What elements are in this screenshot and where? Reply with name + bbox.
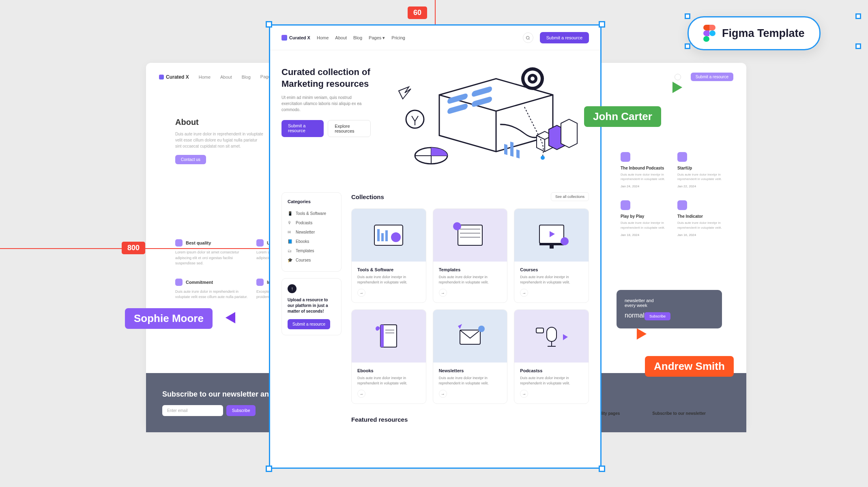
hero-subtitle: Ut enim ad minim veniam, quis nostrud ex… xyxy=(281,94,371,113)
svg-rect-32 xyxy=(380,325,384,347)
hero-illustration xyxy=(379,67,589,172)
svg-rect-8 xyxy=(516,149,520,158)
svg-rect-41 xyxy=(536,328,544,333)
bg-nav-home: Home xyxy=(199,75,211,79)
feature-icon xyxy=(175,239,183,247)
svg-point-20 xyxy=(391,232,401,242)
feature-icon xyxy=(256,239,264,247)
selected-frame[interactable]: Curated X Home About Blog Pages ▾ Pricin… xyxy=(269,24,602,469)
card-newsletters[interactable]: NewslettersDuis aute irure dolor inextpr… xyxy=(433,309,508,404)
svg-rect-21 xyxy=(458,225,482,245)
cat-newsletter[interactable]: ✉Newsletter xyxy=(288,227,335,237)
badge-handle-tl[interactable] xyxy=(685,13,690,19)
collections-content: Collections See all collections Tools & … xyxy=(351,192,589,423)
figma-badge-text: Figma Template xyxy=(722,27,805,40)
bg-footer-links: Utility pages Subscribe to our newslette… xyxy=(596,411,706,416)
bg-subscribe-button: Subscribe xyxy=(226,405,256,416)
hero-explore-button[interactable]: Explore resources xyxy=(328,120,371,137)
arrow-icon: → xyxy=(357,390,365,398)
collections-title: Collections xyxy=(351,193,384,200)
card-podcasts[interactable]: PodcastssDuis aute irure dolor inextpr i… xyxy=(514,309,589,404)
svg-point-36 xyxy=(478,326,485,332)
bg-email-input: Enter email xyxy=(162,405,223,416)
card-ebooks[interactable]: EbooksDuis aute irure dolor inextpr in r… xyxy=(351,309,426,404)
upload-icon: ↑ xyxy=(288,284,296,293)
upload-submit-button[interactable]: Submit a resource xyxy=(288,319,330,329)
hero-title: Curated collection of Marketing resource… xyxy=(281,67,371,90)
card-courses[interactable]: CoursesDuis aute irure dolor inextpr in … xyxy=(514,208,589,303)
categories-title: Categories xyxy=(288,199,335,204)
cat-podcasts[interactable]: 🎙Podcasts xyxy=(288,218,335,227)
podcast-icon: 🎙 xyxy=(288,221,292,225)
feature-icon xyxy=(175,279,183,286)
svg-rect-18 xyxy=(381,233,384,241)
badge-handle-br[interactable] xyxy=(855,43,861,49)
bg-podcast-cards: The Inbound PodcastsDuis aute irure dolo… xyxy=(621,152,722,237)
collections-grid: Tools & SoftwareDuis aute irure dolor in… xyxy=(351,208,589,404)
svg-point-30 xyxy=(561,237,569,245)
tools-icon: 📱 xyxy=(288,211,292,216)
cat-templates[interactable]: 🗂Templates xyxy=(288,246,335,255)
ebook-icon: 📘 xyxy=(288,239,292,244)
bg-nav-blog: Blog xyxy=(242,75,251,79)
svg-marker-40 xyxy=(563,334,568,340)
upload-box: ↑ Upload a resource to our platform in j… xyxy=(281,278,342,335)
svg-point-10 xyxy=(406,110,424,128)
bg-logo: Curated X xyxy=(159,74,189,80)
svg-line-1 xyxy=(529,39,530,39)
bg-submit-button: Submit a resource xyxy=(691,73,733,81)
upload-text: Upload a resource to our platform in jus… xyxy=(288,297,335,314)
svg-point-25 xyxy=(453,222,461,230)
bg-right-newsletter: newsletter andevery week normalSubscribe xyxy=(617,290,722,328)
logo-icon xyxy=(281,35,287,41)
svg-rect-17 xyxy=(377,229,380,241)
template-icon: 🗂 xyxy=(288,249,292,253)
course-icon: 🎓 xyxy=(288,258,292,262)
main-nav: Curated X Home About Blog Pages ▾ Pricin… xyxy=(270,26,600,50)
feature-icon xyxy=(256,279,264,286)
main-body: Categories 📱Tools & Software 🎙Podcasts ✉… xyxy=(270,184,600,431)
arrow-icon: → xyxy=(520,390,528,398)
bg-about-text: Duis aute irure dolor in reprehenderit i… xyxy=(175,131,264,149)
featured-title: Featured resources xyxy=(351,416,589,423)
cat-ebooks[interactable]: 📘Ebooks xyxy=(288,237,335,246)
card-tools[interactable]: Tools & SoftwareDuis aute irure dolor in… xyxy=(351,208,426,303)
selection-handle-bl[interactable] xyxy=(266,466,272,472)
svg-rect-7 xyxy=(510,142,513,157)
main-logo[interactable]: Curated X xyxy=(281,35,310,41)
svg-rect-27 xyxy=(539,243,564,245)
annotation-left-gap: 800 xyxy=(122,242,145,254)
nav-home[interactable]: Home xyxy=(317,35,329,40)
sidebar: Categories 📱Tools & Software 🎙Podcasts ✉… xyxy=(281,192,342,423)
arrow-icon: → xyxy=(439,390,447,398)
card-templates[interactable]: TemplatesDuis aute irure dolor inextpr i… xyxy=(433,208,508,303)
nav-pricing[interactable]: Pricing xyxy=(391,35,405,40)
arrow-icon: → xyxy=(520,289,528,297)
cat-tools[interactable]: 📱Tools & Software xyxy=(288,209,335,218)
svg-point-15 xyxy=(541,156,545,160)
arrow-icon: → xyxy=(439,289,447,297)
nav-blog[interactable]: Blog xyxy=(353,35,362,40)
svg-point-14 xyxy=(531,77,535,81)
selection-handle-br[interactable] xyxy=(599,466,605,472)
nav-about[interactable]: About xyxy=(335,35,347,40)
badge-handle-bl[interactable] xyxy=(685,43,690,49)
newsletter-icon: ✉ xyxy=(288,230,292,234)
categories-box: Categories 📱Tools & Software 🎙Podcasts ✉… xyxy=(281,192,342,272)
selection-handle-tl[interactable] xyxy=(266,21,272,28)
badge-handle-tr[interactable] xyxy=(855,13,861,19)
svg-rect-37 xyxy=(547,327,556,341)
submit-resource-button[interactable]: Submit a resource xyxy=(540,32,589,43)
cat-courses[interactable]: 🎓Courses xyxy=(288,255,335,265)
nav-pages[interactable]: Pages ▾ xyxy=(369,35,385,41)
search-button[interactable] xyxy=(523,32,533,43)
hero-submit-button[interactable]: Submit a resource xyxy=(281,120,324,137)
see-all-button[interactable]: See all collections xyxy=(551,192,589,201)
annotation-line-top xyxy=(435,0,436,24)
annotation-top-gap: 60 xyxy=(408,6,427,19)
svg-rect-6 xyxy=(504,144,507,155)
figma-template-badge[interactable]: Figma Template xyxy=(688,16,821,50)
selection-handle-tr[interactable] xyxy=(599,21,605,28)
bg-contact-button: Contact us xyxy=(175,155,206,164)
svg-point-0 xyxy=(526,36,529,39)
